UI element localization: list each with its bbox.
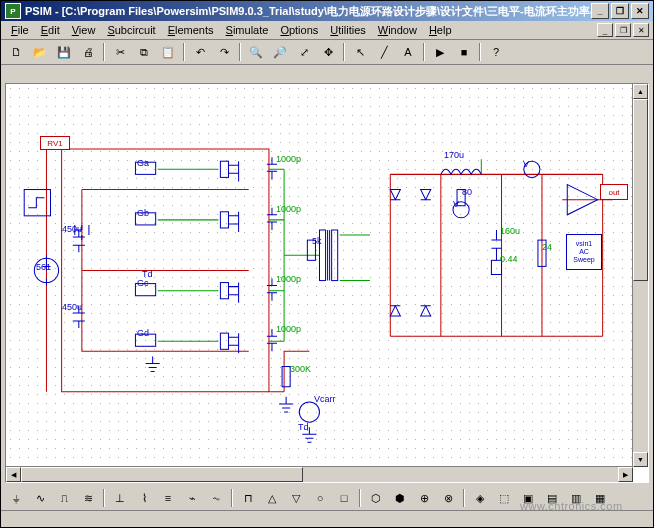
tb-run-icon[interactable]: ▶ xyxy=(429,41,451,63)
tb-save-icon[interactable]: 💾 xyxy=(53,41,75,63)
tb-paste-icon[interactable]: 📋 xyxy=(157,41,179,63)
title-bar: P PSIM - [C:\Program Files\Powersim\PSIM… xyxy=(1,1,653,21)
tb-copy-icon[interactable]: ⧉ xyxy=(133,41,155,63)
scroll-left-icon[interactable]: ◀ xyxy=(6,467,21,482)
schematic-canvas[interactable]: RV1 561 450u 450u Ga Gb Gc Gd Td 1000p 1… xyxy=(6,84,633,467)
maximize-button[interactable]: ❐ xyxy=(611,3,629,19)
menu-help[interactable]: Help xyxy=(423,22,458,38)
tb2-wave-icon[interactable]: ≋ xyxy=(77,487,99,509)
svg-rect-4 xyxy=(135,284,155,296)
tb-cut-icon[interactable]: ✂ xyxy=(109,41,131,63)
port-output[interactable]: out xyxy=(600,184,628,200)
tb-undo-icon[interactable]: ↶ xyxy=(189,41,211,63)
svg-point-19 xyxy=(299,402,319,422)
tb2-e20-icon[interactable]: ⬚ xyxy=(493,487,515,509)
tb-zoomout-icon[interactable]: 🔎 xyxy=(269,41,291,63)
scrollbar-vertical[interactable]: ▲ ▼ xyxy=(632,84,648,467)
tb2-diode-icon[interactable]: △ xyxy=(261,487,283,509)
svg-rect-7 xyxy=(220,212,228,228)
minimize-button[interactable]: _ xyxy=(591,3,609,19)
mdi-close-button[interactable]: ✕ xyxy=(633,23,649,37)
menu-elements[interactable]: Elements xyxy=(162,22,220,38)
svg-rect-14 xyxy=(457,190,465,206)
menu-simulate[interactable]: Simulate xyxy=(220,22,275,38)
tb-select-icon[interactable]: ↖ xyxy=(349,41,371,63)
svg-rect-13 xyxy=(332,230,338,281)
tb2-e9-icon[interactable]: ⏦ xyxy=(205,487,227,509)
svg-rect-8 xyxy=(220,283,228,299)
menu-view[interactable]: View xyxy=(66,22,102,38)
tb2-e12-icon[interactable]: ▽ xyxy=(285,487,307,509)
tb-redo-icon[interactable]: ↷ xyxy=(213,41,235,63)
watermark: www.cntronics.com xyxy=(520,500,646,520)
tb2-ground-icon[interactable]: ⏚ xyxy=(5,487,27,509)
scroll-down-icon[interactable]: ▼ xyxy=(633,452,648,467)
tb2-e14-icon[interactable]: □ xyxy=(333,487,355,509)
close-button[interactable]: ✕ xyxy=(631,3,649,19)
menu-window[interactable]: Window xyxy=(372,22,423,38)
tb2-ind-icon[interactable]: ⌁ xyxy=(181,487,203,509)
scroll-up-icon[interactable]: ▲ xyxy=(633,84,648,99)
mdi-minimize-button[interactable]: _ xyxy=(597,23,613,37)
tb2-e19-icon[interactable]: ◈ xyxy=(469,487,491,509)
scrollbar-horizontal[interactable]: ◀ ▶ xyxy=(6,466,633,482)
window-title: PSIM - [C:\Program Files\Powersim\PSIM9.… xyxy=(25,4,591,19)
svg-rect-2 xyxy=(135,162,155,174)
canvas-frame: RV1 561 450u 450u Ga Gb Gc Gd Td 1000p 1… xyxy=(5,83,649,483)
port-input[interactable]: RV1 xyxy=(40,136,70,150)
tb-zoomfit-icon[interactable]: ⤢ xyxy=(293,41,315,63)
menu-bar: FFileile Edit View Subcircuit Elements S… xyxy=(1,21,653,40)
menu-file[interactable]: FFileile xyxy=(5,22,35,38)
tb2-pulse-icon[interactable]: ⎍ xyxy=(53,487,75,509)
tb2-sine-icon[interactable]: ∿ xyxy=(29,487,51,509)
tb-zoomin-icon[interactable]: 🔍 xyxy=(245,41,267,63)
tb-pan-icon[interactable]: ✥ xyxy=(317,41,339,63)
tb2-e13-icon[interactable]: ○ xyxy=(309,487,331,509)
ac-sweep-block[interactable]: vsin1 AC Sweep xyxy=(566,234,602,270)
menu-edit[interactable]: Edit xyxy=(35,22,66,38)
svg-rect-12 xyxy=(320,230,326,281)
svg-rect-3 xyxy=(135,213,155,225)
schematic-svg xyxy=(6,84,633,467)
svg-rect-11 xyxy=(282,367,290,387)
tb2-e5-icon[interactable]: ⊥ xyxy=(109,487,131,509)
svg-rect-6 xyxy=(220,161,228,177)
tb2-e15-icon[interactable]: ⬡ xyxy=(365,487,387,509)
tb-label-icon[interactable]: A xyxy=(397,41,419,63)
svg-rect-5 xyxy=(135,334,155,346)
svg-rect-10 xyxy=(307,240,315,260)
tb2-e18-icon[interactable]: ⊗ xyxy=(437,487,459,509)
svg-rect-15 xyxy=(491,260,501,274)
toolbar-main: 🗋 📂 💾 🖨 ✂ ⧉ 📋 ↶ ↷ 🔍 🔎 ⤢ ✥ ↖ ╱ A ▶ ■ ? xyxy=(1,40,653,65)
tb2-switch-icon[interactable]: ⊓ xyxy=(237,487,259,509)
menu-options[interactable]: Options xyxy=(274,22,324,38)
scroll-right-icon[interactable]: ▶ xyxy=(618,467,633,482)
tb2-cap-icon[interactable]: ≡ xyxy=(157,487,179,509)
tb-new-icon[interactable]: 🗋 xyxy=(5,41,27,63)
scroll-thumb-h[interactable] xyxy=(21,467,303,482)
menu-subcircuit[interactable]: Subcircuit xyxy=(101,22,161,38)
svg-point-17 xyxy=(524,161,540,177)
svg-rect-9 xyxy=(220,333,228,349)
tb2-e17-icon[interactable]: ⊕ xyxy=(413,487,435,509)
tb2-resistor-icon[interactable]: ⌇ xyxy=(133,487,155,509)
tb-help-icon[interactable]: ? xyxy=(485,41,507,63)
tb2-e16-icon[interactable]: ⬢ xyxy=(389,487,411,509)
app-icon: P xyxy=(5,3,21,19)
app-window: P PSIM - [C:\Program Files\Powersim\PSIM… xyxy=(0,0,654,528)
tb-wire-icon[interactable]: ╱ xyxy=(373,41,395,63)
tb-stop-icon[interactable]: ■ xyxy=(453,41,475,63)
tb-open-icon[interactable]: 📂 xyxy=(29,41,51,63)
menu-utilities[interactable]: Utilities xyxy=(324,22,371,38)
svg-point-18 xyxy=(453,202,469,218)
tb-print-icon[interactable]: 🖨 xyxy=(77,41,99,63)
mdi-maximize-button[interactable]: ❐ xyxy=(615,23,631,37)
scroll-thumb-v[interactable] xyxy=(633,99,648,281)
